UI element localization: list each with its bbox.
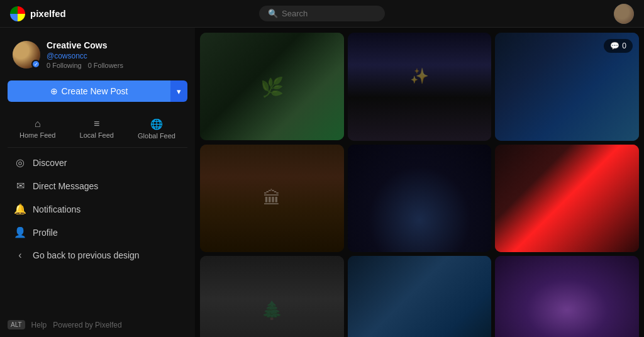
main-layout: ✓ Creative Cows @cowsoncc 0 Following 0 … [0, 28, 644, 337]
photo-item[interactable] [348, 145, 492, 253]
photo-item[interactable] [200, 145, 344, 252]
photo-grid: 💬 0 [200, 33, 639, 337]
feed-nav: ⌂ Home Feed ≡ Local Feed 🌐 Global Feed [8, 111, 187, 148]
main-content: 💬 0 [195, 28, 644, 337]
discover-label: Discover [33, 158, 67, 168]
user-stats: 0 Following 0 Followers [47, 62, 123, 69]
photo-item[interactable] [495, 256, 639, 337]
local-feed-nav[interactable]: ≡ Local Feed [75, 116, 119, 142]
followers-count: 0 Followers [88, 62, 123, 69]
photo-item[interactable] [495, 145, 639, 253]
topnav: pixelfed 🔍 [0, 0, 644, 28]
sidebar-item-discover[interactable]: ◎ Discover [8, 152, 187, 174]
local-icon: ≡ [94, 118, 99, 130]
create-post-label: Create New Post [62, 86, 128, 96]
search-input[interactable] [282, 9, 376, 18]
following-count: 0 Following [47, 62, 82, 69]
comment-bubble: 💬 0 [604, 39, 633, 53]
global-feed-label: Global Feed [138, 132, 175, 140]
sidebar-footer: ALT Help Powered by Pixelfed [8, 312, 187, 329]
notifications-label: Notifications [33, 204, 80, 214]
global-feed-nav[interactable]: 🌐 Global Feed [133, 116, 180, 142]
app-name: pixelfed [30, 8, 66, 19]
alt-badge: ALT [8, 320, 25, 329]
back-icon: ‹ [14, 250, 26, 261]
create-post-button[interactable]: ⊕ Create New Post [8, 80, 170, 102]
sidebar-item-previous-design[interactable]: ‹ Go back to previous design [8, 245, 187, 266]
comment-count: 0 [622, 41, 626, 50]
user-avatar-top[interactable] [614, 4, 634, 24]
sidebar-item-messages[interactable]: ✉ Direct Messages [8, 175, 187, 197]
search-icon: 🔍 [268, 9, 278, 18]
messages-label: Direct Messages [33, 181, 98, 191]
logo-area[interactable]: pixelfed [10, 6, 66, 21]
notifications-icon: 🔔 [14, 203, 26, 215]
user-handle: @cowsoncc [47, 52, 123, 60]
home-feed-nav[interactable]: ⌂ Home Feed [14, 116, 60, 142]
sidebar: ✓ Creative Cows @cowsoncc 0 Following 0 … [0, 28, 195, 337]
verified-badge: ✓ [31, 60, 40, 69]
discover-icon: ◎ [14, 157, 26, 168]
photo-item[interactable]: 💬 0 [495, 33, 639, 141]
photo-item[interactable] [348, 256, 492, 337]
user-info: Creative Cows @cowsoncc 0 Following 0 Fo… [47, 40, 123, 69]
photo-item[interactable] [200, 33, 344, 140]
home-feed-label: Home Feed [19, 131, 55, 139]
photo-item[interactable] [348, 33, 492, 141]
avatar-image [614, 4, 634, 24]
sidebar-item-profile[interactable]: 👤 Profile [8, 221, 187, 243]
create-post-dropdown-button[interactable]: ▾ [170, 80, 187, 102]
search-bar[interactable]: 🔍 [259, 6, 385, 21]
home-icon: ⌂ [35, 118, 41, 130]
user-avatar: ✓ [13, 41, 40, 69]
photo-item[interactable] [200, 256, 344, 337]
profile-label: Profile [33, 228, 58, 238]
profile-icon: 👤 [14, 226, 26, 238]
sidebar-item-notifications[interactable]: 🔔 Notifications [8, 198, 187, 220]
create-post-row: ⊕ Create New Post ▾ [8, 80, 187, 102]
powered-by: Powered by Pixelfed [53, 321, 121, 329]
messages-icon: ✉ [14, 180, 26, 192]
user-card: ✓ Creative Cows @cowsoncc 0 Following 0 … [8, 35, 187, 74]
pixelfed-logo-icon [10, 6, 25, 21]
help-link[interactable]: Help [31, 321, 47, 329]
comment-icon: 💬 [610, 41, 619, 50]
create-post-icon: ⊕ [50, 86, 58, 96]
local-feed-label: Local Feed [80, 131, 114, 139]
sidebar-menu: ◎ Discover ✉ Direct Messages 🔔 Notificat… [8, 152, 187, 266]
global-icon: 🌐 [150, 118, 163, 130]
user-name: Creative Cows [47, 40, 123, 50]
previous-design-label: Go back to previous design [33, 250, 140, 260]
